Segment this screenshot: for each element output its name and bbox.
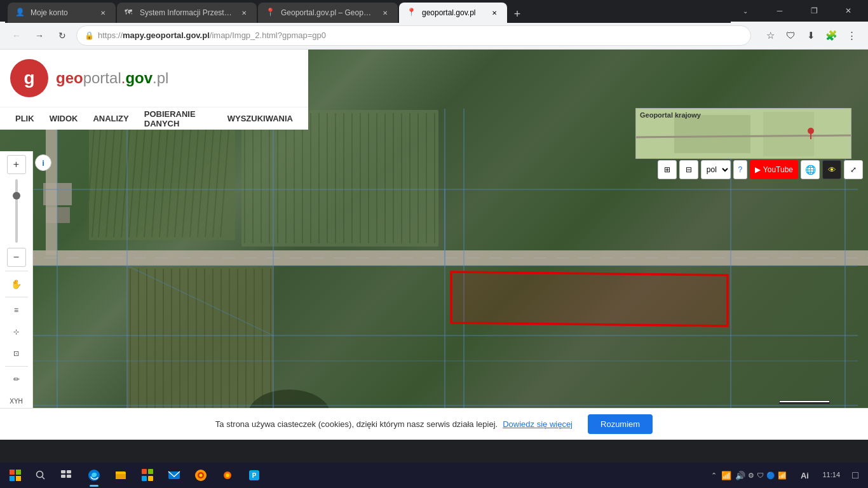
svg-line-97	[43, 477, 45, 480]
layers-view-button[interactable]: ⊟	[679, 160, 698, 179]
pan-tool-button[interactable]: ✋	[4, 274, 29, 294]
select-tool-button[interactable]: ⊹	[4, 322, 29, 342]
grid-view-button[interactable]: ⊞	[658, 160, 677, 179]
network-icon[interactable]: 📶	[720, 469, 733, 482]
back-button[interactable]: ←	[8, 27, 25, 44]
close-button[interactable]: ✕	[834, 0, 863, 22]
app7-icon	[221, 469, 234, 482]
reload-button[interactable]: ↻	[53, 27, 71, 44]
svg-point-96	[37, 471, 43, 478]
expand-minimap-button[interactable]: ⤢	[844, 160, 863, 179]
youtube-icon: ▶	[755, 165, 761, 174]
left-toolbar: + − ✋ ≡ ⊹ ⊡ ✏ XYH ⊕ ⊖ ← → ⊗	[0, 151, 33, 440]
svg-rect-101	[67, 475, 71, 478]
url-bar[interactable]: 🔒 https://mapy.geoportal.gov.pl/imap/Img…	[76, 25, 751, 46]
tab-sip[interactable]: 🗺 System Informacji Przestrzenne... ✕	[117, 3, 257, 23]
edge-active-indicator	[90, 485, 98, 487]
minimap-title: Geoportal krajowy	[640, 111, 701, 119]
language-select[interactable]: pol	[701, 160, 731, 179]
zoom-out-button[interactable]: −	[7, 248, 26, 267]
tray-icon-4[interactable]: 📶	[778, 471, 787, 480]
tab-title-3: Geoportal.gov.pl – Geoportal k...	[281, 8, 375, 17]
tray-icon-3[interactable]: 🔵	[766, 471, 775, 480]
pinned-apps: P	[81, 463, 267, 488]
tab-geoportal-k[interactable]: 📍 Geoportal.gov.pl – Geoportal k... ✕	[258, 3, 398, 23]
task-view-button[interactable]	[53, 463, 79, 488]
tab-close-4[interactable]: ✕	[489, 8, 499, 18]
store-icon	[141, 469, 154, 482]
tab-close-3[interactable]: ✕	[380, 8, 390, 18]
tab-moje-konto[interactable]: 👤 Moje konto ✕	[8, 3, 116, 23]
zoom-track[interactable]	[15, 179, 18, 243]
scale-bar	[779, 400, 830, 404]
layers-button[interactable]: ≡	[4, 300, 29, 320]
geo-logo-text: geoportal.gov.pl	[56, 69, 168, 87]
firefox-app-button[interactable]	[188, 463, 214, 488]
firefox-icon	[194, 469, 207, 482]
visibility-toggle[interactable]: 👁	[822, 160, 841, 179]
geo-g-icon: g	[10, 59, 48, 97]
tab-title-4: geoportal.gov.pl	[422, 8, 484, 17]
tab-favicon-2: 🗺	[125, 8, 135, 18]
start-button[interactable]	[3, 463, 28, 488]
app8-button[interactable]: P	[241, 463, 267, 488]
tray-icon-1[interactable]: ⚙	[748, 471, 754, 480]
notification-center-button[interactable]: □	[845, 463, 865, 488]
svg-rect-109	[148, 476, 153, 481]
info-button[interactable]: i	[35, 154, 51, 171]
search-button[interactable]	[28, 463, 53, 488]
ai-button[interactable]: Ai	[792, 463, 817, 488]
globe-button[interactable]: 🌐	[801, 160, 820, 179]
cookie-learn-more-link[interactable]: Dowiedz się więcej	[503, 419, 573, 429]
menu-wyszukiwania[interactable]: WYSZUKIWANIA	[220, 109, 301, 128]
minimize-button[interactable]: ─	[765, 0, 794, 22]
zoom-in-button[interactable]: +	[7, 155, 26, 174]
download-icon[interactable]: ⬇	[802, 27, 820, 44]
forward-button[interactable]: →	[31, 27, 48, 44]
clock[interactable]: 11:14	[817, 470, 845, 480]
menu-analizy[interactable]: ANALIZY	[85, 109, 136, 128]
store-app-button[interactable]	[135, 463, 160, 488]
tab-close-2[interactable]: ✕	[239, 8, 249, 18]
youtube-label: YouTube	[763, 165, 793, 174]
map-container[interactable]: g geoportal.gov.pl PLIK WIDOK ANALIZY PO…	[0, 50, 868, 440]
svg-point-115	[226, 473, 229, 477]
show-hidden-icons-button[interactable]: ⌃	[709, 470, 719, 480]
clock-time: 11:14	[822, 470, 840, 480]
identify-button[interactable]: ⊡	[4, 343, 29, 363]
tab-close-1[interactable]: ✕	[98, 8, 108, 18]
menu-icon[interactable]: ⋮	[843, 27, 860, 44]
mail-app-button[interactable]	[161, 463, 187, 488]
svg-rect-88	[763, 112, 814, 156]
url-protocol: https://	[98, 30, 123, 40]
menu-plik[interactable]: PLIK	[8, 109, 42, 128]
volume-icon[interactable]: 🔊	[734, 469, 747, 482]
cookie-accept-button[interactable]: Rozumiem	[588, 414, 653, 434]
help-button[interactable]: ?	[733, 160, 747, 179]
tray-icon-2[interactable]: 🛡	[757, 471, 764, 480]
svg-rect-92	[10, 470, 15, 475]
menu-widok[interactable]: WIDOK	[42, 109, 86, 128]
app7-button[interactable]	[215, 463, 240, 488]
menu-pobieranie[interactable]: POBIERANIE DANYCH	[137, 104, 220, 133]
geo-logo: geoportal.gov.pl	[56, 69, 168, 87]
mail-icon	[168, 469, 180, 482]
draw-button[interactable]: ✏	[4, 369, 29, 390]
geo-logo-bar: g geoportal.gov.pl	[0, 50, 308, 107]
shield-icon[interactable]: 🛡	[782, 27, 799, 44]
restore-button[interactable]: ❐	[799, 0, 829, 22]
explorer-app-button[interactable]	[108, 463, 133, 488]
svg-rect-107	[148, 469, 153, 474]
zoom-handle[interactable]	[13, 192, 20, 200]
favorites-icon[interactable]: ☆	[761, 27, 779, 44]
extensions-icon[interactable]: 🧩	[822, 27, 840, 44]
youtube-button[interactable]: ▶ YouTube	[750, 160, 798, 179]
tab-geoportal-active[interactable]: 📍 geoportal.gov.pl ✕	[399, 3, 507, 23]
svg-rect-108	[142, 476, 147, 481]
minimap[interactable]: Geoportal krajowy	[635, 108, 851, 159]
new-tab-button[interactable]: +	[508, 5, 526, 23]
svg-rect-87	[674, 115, 750, 153]
window-controls: ⌄ ─ ❐ ✕	[731, 0, 863, 22]
tab-manager-button[interactable]: ⌄	[731, 0, 760, 22]
edge-app-button[interactable]	[81, 463, 107, 488]
